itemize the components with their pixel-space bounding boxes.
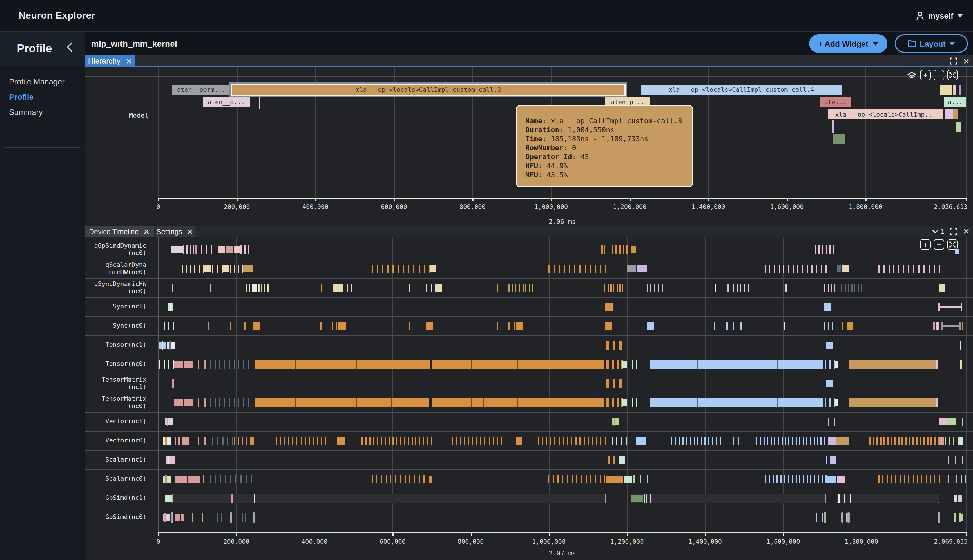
mark[interactable] [658,284,659,292]
mark[interactable] [821,265,822,273]
mark[interactable] [619,284,621,292]
mark[interactable] [415,437,416,445]
mark[interactable] [733,284,734,292]
mark[interactable] [243,265,253,272]
mark[interactable] [701,437,702,445]
mark[interactable] [325,437,326,445]
mark[interactable] [288,437,289,445]
mark[interactable] [592,437,593,445]
mark[interactable] [765,475,766,483]
mark[interactable] [175,476,187,483]
mark[interactable] [234,437,235,445]
mark[interactable] [600,475,601,483]
layers-icon[interactable] [906,70,917,80]
mark[interactable] [842,322,843,330]
mark[interactable] [235,475,236,483]
mark[interactable] [516,437,522,445]
mark[interactable] [611,245,613,254]
mark[interactable] [513,322,514,330]
mark[interactable] [887,475,888,483]
mark[interactable] [797,265,798,273]
mark[interactable] [532,284,533,292]
mark[interactable] [826,476,836,483]
mark[interactable] [917,475,918,483]
mark[interactable] [497,284,499,292]
mark[interactable] [242,437,243,445]
mark[interactable] [164,513,165,522]
mark[interactable] [783,265,784,273]
mark[interactable] [230,475,231,483]
mark[interactable] [411,437,412,445]
mark[interactable] [821,513,823,522]
mark[interactable] [372,265,373,273]
mark[interactable] [810,437,811,445]
tab-hierarchy[interactable]: Hierarchy✕ [85,55,135,67]
mark[interactable] [644,494,645,503]
tab-settings[interactable]: Settings✕ [155,227,195,237]
cursor-capsule[interactable] [848,512,849,523]
mark[interactable] [229,398,230,407]
mark[interactable] [232,437,233,445]
mark[interactable] [195,245,197,254]
mark[interactable] [833,245,834,254]
mark[interactable] [170,246,183,253]
mark[interactable] [774,265,775,273]
mark[interactable] [497,322,498,330]
mark[interactable] [167,418,168,426]
mark[interactable] [321,437,322,445]
mark[interactable] [613,379,615,388]
mark[interactable] [161,341,162,350]
mark[interactable] [611,360,614,368]
mark[interactable] [828,418,829,426]
mark[interactable] [607,341,609,350]
mark[interactable] [837,476,845,483]
mark[interactable] [276,437,277,445]
mark[interactable] [210,475,211,483]
mark[interactable] [409,475,411,483]
user-menu[interactable]: myself [915,0,963,32]
zoom-in-button[interactable]: + [920,70,931,80]
mark[interactable] [389,437,390,445]
mark[interactable] [245,475,246,483]
mark[interactable] [215,475,216,483]
mark[interactable] [234,398,235,407]
mark[interactable] [606,476,623,483]
hierarchy-bar[interactable]: aten__p... [203,97,250,107]
mark[interactable] [586,475,587,483]
mark[interactable] [614,418,616,426]
mark[interactable] [919,265,920,273]
mark[interactable] [554,437,556,445]
hierarchy-bar[interactable] [953,85,955,95]
mark[interactable] [601,437,602,445]
mark[interactable] [377,437,378,445]
mark[interactable] [626,245,628,254]
mark[interactable] [781,437,783,445]
mark[interactable] [873,437,875,445]
mark[interactable] [529,284,529,292]
mark[interactable] [234,265,235,273]
mark[interactable] [933,322,935,330]
mark[interactable] [622,284,623,292]
mark[interactable] [427,437,428,445]
mark[interactable] [210,245,212,254]
mark[interactable] [826,380,833,387]
cursor-capsule[interactable] [253,512,255,523]
mark[interactable] [816,513,817,522]
mark[interactable] [898,265,900,273]
mark[interactable] [163,514,170,521]
mark[interactable] [792,475,793,483]
mark[interactable] [740,284,741,292]
mark[interactable] [960,514,963,521]
mark[interactable] [830,245,831,254]
mark[interactable] [811,265,813,273]
mark[interactable] [934,437,936,445]
mark[interactable] [715,284,716,292]
mark[interactable] [163,437,171,445]
mark[interactable] [773,475,774,483]
mark[interactable] [525,284,526,292]
mark[interactable] [913,475,914,483]
mark[interactable] [175,437,176,445]
mark[interactable] [313,437,314,445]
mark[interactable] [343,284,344,292]
mark[interactable] [460,437,461,445]
